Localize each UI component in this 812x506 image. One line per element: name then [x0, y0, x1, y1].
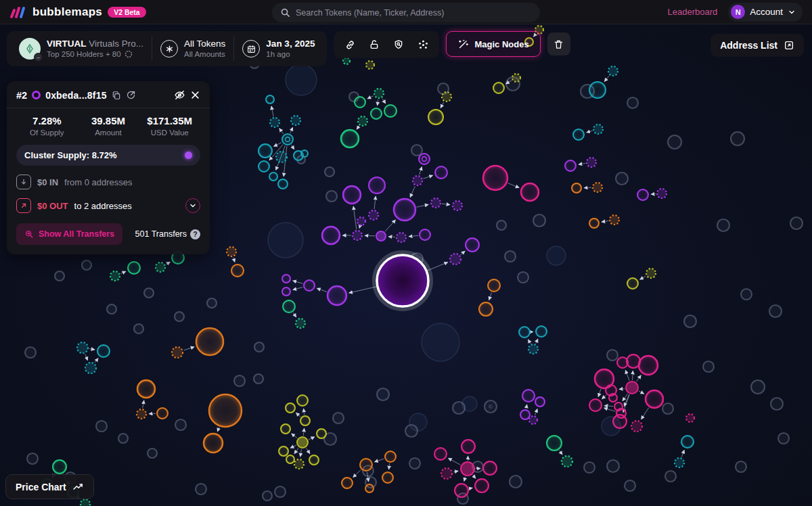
wallet-bubble[interactable]: [360, 459, 372, 471]
wallet-bubble[interactable]: [282, 288, 290, 296]
wallet-bubble[interactable]: [639, 356, 658, 375]
other-holder-bubble[interactable]: [82, 260, 91, 270]
selected-wallet-bubble[interactable]: [377, 255, 428, 306]
wallet-bubble[interactable]: [613, 415, 627, 428]
wallet-bubble[interactable]: [300, 416, 310, 426]
wallet-bubble[interactable]: [646, 390, 663, 408]
other-holder-bubble[interactable]: [27, 453, 38, 464]
other-holder-bubble[interactable]: [405, 425, 418, 437]
wallet-bubble[interactable]: [453, 201, 462, 210]
other-holder-bubble[interactable]: [751, 380, 765, 394]
other-holder-bubble[interactable]: [96, 421, 107, 432]
wallet-bubble[interactable]: [309, 455, 319, 465]
other-holder-bubble[interactable]: [409, 458, 420, 469]
price-chart-button[interactable]: Price Chart: [5, 474, 94, 499]
wallet-bubble[interactable]: [681, 436, 694, 448]
clear-button[interactable]: [547, 32, 570, 55]
wallet-bubble[interactable]: [589, 82, 606, 98]
wallet-bubble[interactable]: [357, 217, 365, 225]
wallet-bubble[interactable]: [97, 345, 110, 357]
wallet-bubble[interactable]: [547, 436, 562, 451]
wallet-bubble[interactable]: [266, 95, 274, 104]
other-holder-bubble[interactable]: [731, 132, 744, 145]
wallet-bubble[interactable]: [461, 462, 474, 476]
other-holder-bubble[interactable]: [778, 433, 789, 444]
other-holder-bubble[interactable]: [790, 217, 803, 229]
wallet-bubble[interactable]: [281, 424, 290, 434]
wallet-bubble[interactable]: [286, 403, 295, 413]
wallet-bubble[interactable]: [301, 150, 308, 157]
wallet-bubble[interactable]: [53, 460, 66, 474]
other-holder-bubble[interactable]: [505, 251, 516, 262]
other-holder-bubble[interactable]: [665, 471, 676, 482]
scan-button[interactable]: [388, 36, 409, 53]
wallet-bubble[interactable]: [276, 152, 287, 162]
wallet-bubble[interactable]: [442, 92, 451, 101]
wallet-bubble[interactable]: [608, 66, 618, 76]
other-holder-bubble[interactable]: [254, 342, 264, 352]
wallet-bubble[interactable]: [394, 199, 415, 221]
wallet-bubble[interactable]: [204, 434, 223, 453]
wallet-bubble[interactable]: [609, 394, 617, 402]
other-holder-bubble[interactable]: [703, 361, 714, 372]
other-holder-bubble[interactable]: [717, 219, 729, 231]
wallet-bubble[interactable]: [128, 262, 140, 274]
wallet-bubble[interactable]: [297, 437, 308, 448]
other-holder-bubble[interactable]: [625, 480, 635, 491]
other-holder-bubble[interactable]: [263, 491, 272, 501]
wallet-bubble[interactable]: [431, 198, 441, 208]
brand[interactable]: bubblemaps V2 Beta: [9, 5, 146, 20]
wallet-bubble[interactable]: [85, 363, 96, 373]
other-holder-bubble[interactable]: [175, 419, 186, 430]
wallet-bubble[interactable]: [269, 172, 277, 181]
other-holder-bubble[interactable]: [741, 289, 752, 300]
wallet-bubble[interactable]: [371, 108, 382, 119]
share-link-button[interactable]: [339, 36, 361, 53]
wallet-bubble[interactable]: [110, 271, 120, 281]
wallet-bubble[interactable]: [441, 468, 452, 479]
other-holder-bubble[interactable]: [196, 484, 206, 495]
wallet-bubble[interactable]: [369, 177, 385, 193]
other-holder-bubble[interactable]: [144, 288, 154, 298]
wallet-bubble[interactable]: [461, 440, 475, 453]
wallet-bubble[interactable]: [384, 105, 397, 117]
wallet-bubble[interactable]: [520, 410, 530, 419]
wallet-bubble[interactable]: [593, 124, 603, 134]
other-holder-bubble[interactable]: [118, 434, 128, 443]
wallet-bubble[interactable]: [450, 254, 461, 264]
wallet-bubble[interactable]: [493, 83, 504, 93]
wallet-bubble[interactable]: [137, 380, 155, 398]
wallet-bubble[interactable]: [631, 421, 642, 432]
wallet-bubble[interactable]: [328, 286, 346, 305]
wallet-bubble[interactable]: [286, 455, 294, 463]
other-holder-bubble[interactable]: [497, 221, 506, 230]
wallet-bubble[interactable]: [562, 456, 572, 467]
wallet-bubble[interactable]: [227, 247, 236, 256]
wallet-bubble[interactable]: [196, 328, 223, 355]
other-holder-bubble[interactable]: [275, 486, 286, 497]
help-icon[interactable]: ?: [190, 229, 200, 239]
other-holder-bubble[interactable]: [518, 272, 528, 283]
wallet-bubble[interactable]: [355, 97, 365, 108]
other-holder-bubble[interactable]: [377, 388, 389, 400]
token-filter-selector[interactable]: All Tokens All Amounts: [152, 37, 233, 61]
wallet-bubble[interactable]: [657, 189, 667, 198]
wallet-bubble[interactable]: [343, 186, 361, 204]
wallet-bubble[interactable]: [529, 416, 537, 424]
wallet-bubble[interactable]: [627, 278, 638, 289]
wallet-bubble[interactable]: [420, 229, 430, 240]
other-holder-bubble[interactable]: [533, 214, 545, 227]
wallet-bubble[interactable]: [573, 129, 584, 140]
wallet-bubble[interactable]: [342, 478, 353, 488]
other-holder-bubble[interactable]: [55, 271, 64, 281]
wallet-bubble[interactable]: [528, 344, 538, 354]
other-holder-bubble[interactable]: [453, 402, 465, 414]
wallet-bubble[interactable]: [317, 429, 326, 438]
wallet-bubble[interactable]: [512, 74, 520, 82]
wallet-bubble[interactable]: [283, 300, 295, 313]
wallet-bubble[interactable]: [565, 160, 576, 171]
wallet-bubble[interactable]: [626, 382, 638, 394]
lock-layout-button[interactable]: [363, 36, 385, 53]
wallet-bubble[interactable]: [297, 395, 308, 406]
wallet-bubble[interactable]: [428, 110, 443, 124]
